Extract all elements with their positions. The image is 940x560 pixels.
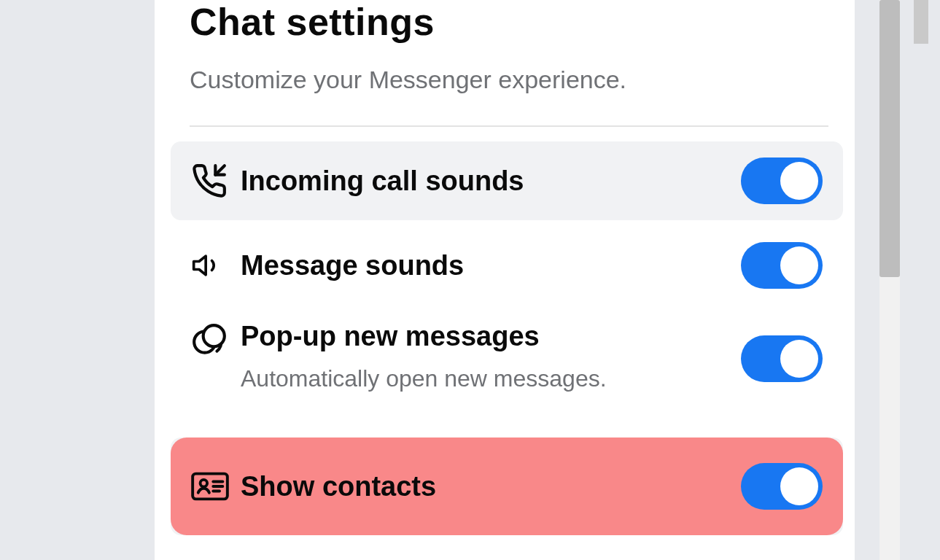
setting-row-popup-new-messages[interactable]: Pop-up new messages Automatically open n… xyxy=(171,306,843,430)
svg-marker-1 xyxy=(194,256,206,275)
toggle-message-sounds[interactable] xyxy=(741,242,823,289)
setting-row-show-contacts[interactable]: Show contacts xyxy=(171,438,843,535)
contact-card-icon xyxy=(191,471,241,502)
svg-point-5 xyxy=(201,480,208,487)
settings-panel: Chat settings Customize your Messenger e… xyxy=(155,0,855,560)
setting-row-message-sounds[interactable]: Message sounds xyxy=(171,229,843,302)
setting-label: Incoming call sounds xyxy=(241,166,741,197)
settings-viewport: Chat settings Customize your Messenger e… xyxy=(0,0,940,560)
chat-bubbles-icon xyxy=(191,306,241,359)
setting-description: Automatically open new messages. xyxy=(241,365,741,392)
toggle-show-contacts[interactable] xyxy=(741,463,823,510)
scrollbar-track[interactable] xyxy=(879,0,900,560)
setting-label: Message sounds xyxy=(241,250,741,281)
window-edge xyxy=(914,0,928,44)
section-divider xyxy=(190,125,828,127)
setting-label: Show contacts xyxy=(241,471,741,502)
svg-point-3 xyxy=(203,325,225,346)
incoming-call-icon xyxy=(191,163,241,199)
setting-row-incoming-call-sounds[interactable]: Incoming call sounds xyxy=(171,141,843,220)
speaker-icon xyxy=(191,249,241,281)
section-title: Chat settings xyxy=(190,0,435,44)
scrollbar-thumb[interactable] xyxy=(879,0,900,277)
setting-label: Pop-up new messages xyxy=(241,321,741,352)
section-subtitle: Customize your Messenger experience. xyxy=(190,66,626,94)
toggle-incoming-call-sounds[interactable] xyxy=(741,158,823,204)
toggle-popup-new-messages[interactable] xyxy=(741,335,823,382)
